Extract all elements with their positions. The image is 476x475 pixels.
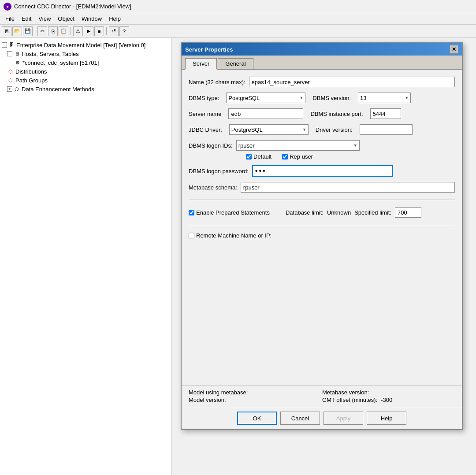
dbms-type-select[interactable]: PostgreSQL Oracle SQL Server	[226, 93, 305, 103]
remote-machine-text: Remote Machine Name or IP:	[196, 232, 271, 239]
ok-button[interactable]: OK	[237, 412, 277, 425]
tree-dem-expand[interactable]: +	[7, 86, 12, 92]
specified-limit-input[interactable]	[395, 207, 421, 218]
dialog-bottom-info: Model using metabase: Metabase version: …	[182, 385, 462, 407]
logon-ids-label: DBMS logon IDs:	[189, 142, 233, 149]
toolbar-sep-3	[106, 27, 107, 35]
dbms-version-select-wrapper: 13 12 11	[358, 93, 411, 103]
menu-bar: File Edit View Object Window Help	[0, 13, 476, 25]
driver-version-label: Driver version:	[316, 126, 353, 133]
toolbar-open[interactable]: 📂	[12, 26, 22, 36]
tree-root-expand[interactable]: -	[2, 42, 7, 48]
dbms-type-select-wrapper: PostgreSQL Oracle SQL Server	[226, 93, 305, 103]
server-name-label: Server name	[189, 111, 221, 117]
model-version-label: Model version:	[189, 397, 321, 403]
dialog-close-button[interactable]: ✕	[450, 45, 458, 54]
tree-dem-label: Data Enhancement Methods	[22, 86, 94, 93]
toolbar-refresh[interactable]: ↺	[109, 26, 119, 36]
toolbar: 🖹 📂 💾 ✂ ⎘ 📋 ⚠ ▶ ■ ↺ ?	[0, 25, 476, 38]
logon-ids-select[interactable]: rpuser admin	[236, 140, 360, 151]
metabase-schema-label: Metabase schema:	[189, 184, 237, 191]
tree-hosts-expand[interactable]: -	[7, 51, 12, 56]
menu-edit[interactable]: Edit	[18, 15, 35, 23]
name-input[interactable]	[249, 77, 455, 87]
tree-hosts[interactable]: - 🖥 Hosts, Servers, Tables	[0, 49, 171, 58]
toolbar-copy[interactable]: ⎘	[48, 26, 58, 36]
tree-distributions-label: Distributions	[15, 68, 47, 75]
jdbc-row: JDBC Driver: PostgreSQL Oracle Driver ve…	[189, 124, 455, 135]
password-row: DBMS logon password:	[189, 165, 455, 177]
remote-machine-label[interactable]: Remote Machine Name or IP:	[189, 232, 271, 239]
enable-prepared-checkbox[interactable]	[189, 210, 194, 215]
toolbar-help[interactable]: ?	[119, 26, 129, 36]
toolbar-paste[interactable]: 📋	[59, 26, 68, 36]
title-bar-text: Connect CDC Director - [EDMM2:Model View…	[14, 3, 131, 10]
tab-general[interactable]: General	[218, 58, 253, 69]
db-limit-label: Database limit:	[286, 209, 324, 216]
model-using-metabase-label: Model using metabase:	[189, 389, 321, 396]
prepared-stmt-row: Enable Prepared Statements Database limi…	[189, 207, 455, 218]
toolbar-save[interactable]: 💾	[23, 26, 33, 36]
metabase-schema-input[interactable]	[241, 182, 455, 193]
rep-user-label: Rep user	[290, 153, 313, 160]
toolbar-new[interactable]: 🖹	[2, 26, 11, 36]
apply-button[interactable]: Apply	[324, 412, 363, 425]
tree-data-enhancement[interactable]: + ⬡ Data Enhancement Methods	[0, 85, 171, 93]
dbms-version-select[interactable]: 13 12 11	[358, 93, 411, 103]
metabase-version-label: Metabase version:	[322, 389, 455, 396]
cancel-button[interactable]: Cancel	[280, 412, 320, 425]
tree-root-label: Enterprise Data Movement Model [Test] [V…	[16, 42, 145, 48]
tree-root[interactable]: - 🗄 Enterprise Data Movement Model [Test…	[0, 41, 171, 49]
tab-bar: Server General	[182, 56, 462, 70]
jdbc-driver-select[interactable]: PostgreSQL Oracle	[229, 124, 309, 135]
menu-object[interactable]: Object	[54, 15, 78, 23]
metabase-row: Metabase schema:	[189, 182, 455, 193]
remote-machine-checkbox[interactable]	[189, 233, 194, 238]
name-row: Name (32 chars max):	[189, 77, 455, 87]
tree-hosts-icon: 🖥	[13, 50, 20, 57]
jdbc-driver-label: JDBC Driver:	[189, 126, 222, 133]
server-row: Server name DBMS instance port:	[189, 108, 455, 119]
enable-prepared-label[interactable]: Enable Prepared Statements	[189, 209, 270, 216]
dbms-version-label: DBMS version:	[312, 95, 351, 101]
jdbc-driver-select-wrapper: PostgreSQL Oracle	[229, 124, 309, 135]
menu-view[interactable]: View	[35, 15, 54, 23]
server-name-input[interactable]	[228, 108, 303, 119]
tree-dist-icon: ⬡	[7, 68, 14, 75]
toolbar-cut[interactable]: ✂	[37, 26, 47, 36]
name-label: Name (32 chars max):	[189, 79, 245, 85]
tab-server[interactable]: Server	[185, 58, 217, 70]
default-checkbox-label[interactable]: Default	[246, 153, 271, 160]
help-button[interactable]: Help	[367, 412, 406, 425]
app-icon: ●	[4, 3, 11, 11]
logon-password-input[interactable]	[252, 165, 393, 177]
rep-user-checkbox-label[interactable]: Rep user	[282, 153, 313, 160]
logon-ids-select-wrapper: rpuser admin	[236, 140, 360, 151]
tree-root-icon: 🗄	[8, 41, 15, 48]
title-bar: ● Connect CDC Director - [EDMM2:Model Vi…	[0, 0, 476, 13]
toolbar-start[interactable]: ▶	[84, 26, 93, 36]
specified-limit-label: Specified limit:	[354, 209, 391, 216]
dialog-titlebar: Server Properties ✕	[182, 43, 462, 56]
gmt-row: GMT offset (minutes): -300	[322, 397, 455, 403]
menu-window[interactable]: Window	[78, 15, 105, 23]
tree-cdc-system[interactable]: ⚙ *connect_cdc_system [51701]	[0, 58, 171, 67]
toolbar-sep-2	[71, 27, 71, 35]
dbms-port-input[interactable]	[370, 108, 401, 119]
driver-version-input[interactable]	[360, 124, 413, 135]
toolbar-stop[interactable]: ■	[94, 26, 104, 36]
db-limit-value: Unknown	[327, 209, 351, 216]
tree-path-groups[interactable]: ⬡ Path Groups	[0, 76, 171, 85]
dbms-type-label: DBMS type:	[189, 95, 219, 101]
content-area: Server Properties ✕ Server General Name …	[172, 38, 476, 475]
rep-user-checkbox[interactable]	[282, 154, 288, 160]
tree-distributions[interactable]: ⬡ Distributions	[0, 67, 171, 76]
menu-help[interactable]: Help	[105, 15, 124, 23]
toolbar-warn[interactable]: ⚠	[73, 26, 83, 36]
menu-file[interactable]: File	[2, 15, 18, 23]
logon-password-label: DBMS logon password:	[189, 168, 249, 174]
tree-path-icon: ⬡	[7, 77, 14, 84]
main-area: - 🗄 Enterprise Data Movement Model [Test…	[0, 38, 476, 475]
enable-prepared-text: Enable Prepared Statements	[196, 209, 270, 216]
default-checkbox[interactable]	[246, 154, 252, 160]
